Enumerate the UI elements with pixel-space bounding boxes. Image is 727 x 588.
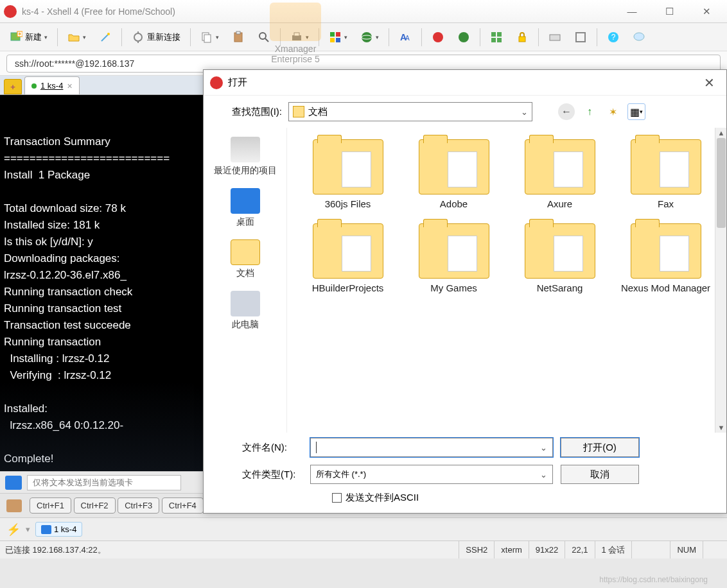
thispc-icon [231,291,260,316]
minimize-button[interactable]: — [620,4,644,19]
globe-icon [360,31,373,44]
session-chip[interactable]: 1 ks-4 [35,522,82,537]
svg-point-10 [259,33,266,39]
new-tab-button[interactable]: + [4,79,22,94]
fullscreen-icon [574,31,587,44]
quick-send-input[interactable] [27,475,181,490]
svg-rect-28 [519,37,525,42]
xftp-button[interactable] [453,28,475,47]
svg-rect-14 [330,32,335,37]
svg-rect-27 [497,38,502,42]
filename-input[interactable]: ⌄ [310,438,553,457]
file-item-label: Fax [658,198,674,209]
properties-button[interactable] [94,28,116,47]
copy-icon [200,31,213,44]
xshell-button[interactable] [427,28,449,47]
dialog-title: 打开 [228,76,699,89]
svg-rect-29 [550,35,560,40]
file-item[interactable]: Fax [614,134,717,214]
open-button[interactable]: ▾ [63,28,91,47]
lock-icon [516,31,529,44]
file-item[interactable]: Axure [508,134,611,214]
status-dot-icon [31,83,37,89]
tab-label: 1 ks-4 [40,81,63,91]
ascii-checkbox-row[interactable]: 发送文件到ASCII [332,492,717,504]
places-sidebar: 最近使用的项目 桌面 文档 此电脑 [204,128,287,433]
palette-icon [329,31,342,44]
fkey-ctrl-f1[interactable]: Ctrl+F1 [30,497,71,514]
lookin-combo[interactable]: 文档 ⌄ [288,102,532,121]
encoding-button[interactable]: ▾ [356,28,383,47]
xftp-icon [457,31,470,44]
svg-point-22 [433,32,443,42]
nav-up-button[interactable]: ↑ [581,103,598,120]
dialog-titlebar[interactable]: 打开 ✕ [204,70,726,96]
new-button[interactable]: ✶ 新建▾ [5,28,52,47]
place-documents[interactable]: 文档 [231,239,260,279]
color-button[interactable]: ▾ [324,28,352,47]
chevron-down-icon: ⌄ [521,107,528,117]
dialog-close-button[interactable]: ✕ [699,74,720,92]
lock-button[interactable] [511,28,533,47]
tile-button[interactable] [486,28,507,47]
scroll-down-button[interactable]: ▼ [715,422,726,433]
file-item[interactable]: Nexus Mod Manager [614,218,717,298]
file-list-scrollbar[interactable]: ▲ ▼ [715,128,726,433]
folder-icon [313,139,383,195]
copy-button[interactable]: ▾ [196,28,223,47]
svg-rect-13 [294,33,299,36]
fkey-ctrl-f4[interactable]: Ctrl+F4 [162,497,204,514]
tab-ks4[interactable]: 1 ks-4 × [24,76,80,94]
help-button[interactable]: ? [602,28,624,47]
keyboard-button[interactable] [544,28,566,47]
scroll-thumb[interactable] [717,138,726,228]
print-button[interactable]: ▾ [286,28,313,47]
filetype-combo[interactable]: 所有文件 (*.*)⌄ [310,465,553,484]
watermark: https://blog.csdn.net/baixingong [599,575,708,584]
font-button[interactable]: AA [394,28,416,47]
lightning-icon: ⚡ [6,523,21,537]
svg-rect-30 [576,33,585,42]
ascii-checkbox[interactable] [332,493,342,503]
paste-button[interactable] [227,28,249,47]
filename-label: 文件名(N): [213,442,302,454]
file-item[interactable]: NetSarang [508,218,611,298]
file-item-label: My Games [430,282,477,293]
reconnect-button[interactable]: 重新连接 [127,28,185,47]
fkey-ctrl-f3[interactable]: Ctrl+F3 [118,497,159,514]
session-bar: ⚡ ▾ 1 ks-4 [0,517,727,540]
file-item[interactable]: 360js Files [296,134,399,214]
find-button[interactable] [253,28,275,47]
chat-button[interactable] [628,28,650,47]
place-recent[interactable]: 最近使用的项目 [214,137,277,177]
file-item[interactable]: HBuilderProjects [296,218,399,298]
maximize-button[interactable]: ☐ [658,4,681,19]
ascii-checkbox-label: 发送文件到ASCII [346,492,419,504]
file-item-label: HBuilderProjects [312,282,384,293]
title-bar: ks-4 - Xshell 4 (Free for Home/School) X… [0,0,727,23]
fullscreen-button[interactable] [570,28,591,47]
file-item-label: Adobe [440,198,468,209]
scroll-up-button[interactable]: ▲ [715,128,726,138]
folder-icon [293,106,304,117]
nav-back-button[interactable]: ← [558,103,575,120]
place-desktop[interactable]: 桌面 [231,188,260,228]
status-term: xterm [494,541,529,558]
place-thispc[interactable]: 此电脑 [231,291,260,331]
close-button[interactable]: ✕ [695,4,718,19]
main-toolbar: ✶ 新建▾ ▾ 重新连接 ▾ ▾ ▾ ▾ AA ? [0,23,727,51]
file-item[interactable]: Adobe [402,134,505,214]
nav-newfolder-button[interactable]: ✶ [604,103,621,120]
tab-close-button[interactable]: × [67,81,72,91]
cancel-button[interactable]: 取消 [561,465,639,484]
new-icon: ✶ [10,31,22,44]
file-item[interactable]: My Games [402,218,505,298]
file-item-label: NetSarang [537,282,583,293]
nav-view-button[interactable]: ▦▾ [627,103,645,120]
file-list-pane[interactable]: 360js FilesAdobeAxureFaxHBuilderProjects… [287,128,726,433]
open-file-dialog: 打开 ✕ 查找范围(I): 文档 ⌄ ← ↑ ✶ ▦▾ 最近使用的项目 桌面 文… [203,69,727,514]
open-button[interactable]: 打开(O) [561,438,639,457]
session-chip-label: 1 ks-4 [54,524,76,534]
fkey-ctrl-f2[interactable]: Ctrl+F2 [74,497,116,514]
status-ssh: SSH2 [459,541,494,558]
